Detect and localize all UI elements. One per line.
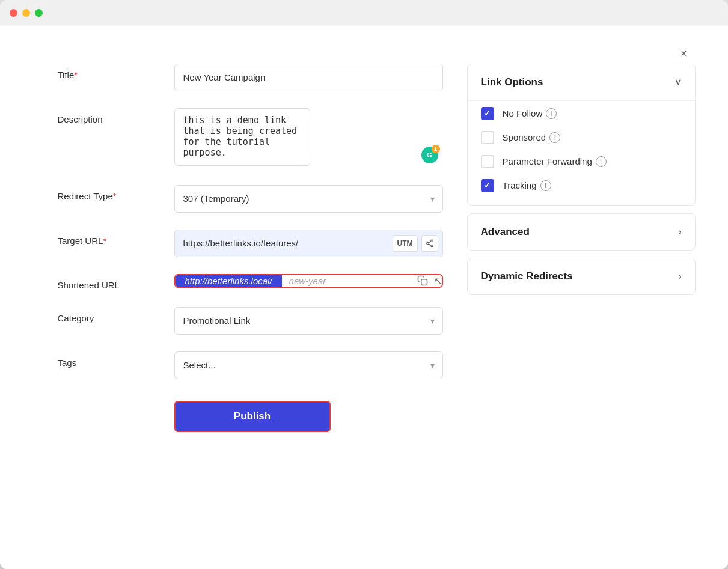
no-follow-label: No Follow i	[503, 108, 557, 119]
link-options-header[interactable]: Link Options ∨	[468, 64, 695, 100]
link-options-chevron-icon: ∨	[674, 76, 682, 88]
tags-select[interactable]: Select...	[174, 351, 443, 379]
description-wrapper: this is a demo link that is being create…	[174, 108, 443, 168]
dialog-container: × Title* Description thi	[0, 26, 728, 569]
utm-button[interactable]: UTM	[393, 235, 418, 252]
publish-button[interactable]: Publish	[174, 401, 331, 432]
copy-icon	[417, 275, 428, 286]
right-panel: Link Options ∨ No Follow i	[467, 64, 696, 432]
link-options-content: No Follow i Sponsored i	[468, 100, 695, 205]
redirect-type-label: Redirect Type*	[58, 185, 160, 201]
parameter-forwarding-checkbox[interactable]	[481, 155, 494, 168]
shortened-url-label: Shortened URL	[58, 274, 160, 290]
advanced-section: Advanced ›	[467, 213, 696, 251]
grammarly-badge: G 1	[421, 147, 438, 163]
tags-row: Tags Select... ▾	[58, 351, 443, 379]
cursor-icon: ↖	[434, 275, 442, 287]
tracking-info-icon[interactable]: i	[540, 180, 551, 191]
svg-point-1	[426, 242, 429, 245]
dynamic-redirects-header[interactable]: Dynamic Redirects ›	[468, 258, 695, 294]
parameter-forwarding-label: Parameter Forwarding i	[503, 156, 607, 167]
tracking-checkbox[interactable]	[481, 179, 494, 192]
share-icon	[426, 239, 434, 248]
target-url-wrapper: UTM	[174, 230, 443, 257]
shortened-slug-input[interactable]	[282, 275, 411, 287]
target-required: *	[103, 236, 106, 246]
description-textarea[interactable]: this is a demo link that is being create…	[174, 108, 310, 166]
redirect-type-row: Redirect Type* 307 (Temporary) ▾	[58, 185, 443, 213]
parameter-forwarding-row: Parameter Forwarding i	[481, 155, 682, 168]
sponsored-info-icon[interactable]: i	[549, 132, 560, 143]
link-options-title: Link Options	[481, 76, 543, 88]
dynamic-redirects-chevron-icon: ›	[678, 271, 681, 282]
no-follow-row: No Follow i	[481, 107, 682, 120]
titlebar	[0, 0, 728, 26]
redirect-type-select[interactable]: 307 (Temporary)	[174, 185, 443, 213]
copy-button[interactable]	[411, 275, 434, 287]
fullscreen-traffic-light[interactable]	[35, 9, 43, 17]
description-row: Description this is a demo link that is …	[58, 108, 443, 168]
tags-label: Tags	[58, 351, 160, 368]
shortened-base: http://betterlinks.local/	[176, 275, 282, 287]
shortened-url-row: Shortened URL http://betterlinks.local/ …	[58, 274, 443, 290]
dynamic-redirects-section: Dynamic Redirects ›	[467, 258, 696, 295]
advanced-header[interactable]: Advanced ›	[468, 214, 695, 250]
sponsored-checkbox[interactable]	[481, 131, 494, 144]
content-grid: Title* Description this is a demo link t…	[58, 64, 671, 432]
category-row: Category Promotional Link ▾	[58, 307, 443, 335]
app-window: × Title* Description thi	[0, 0, 728, 569]
title-required: *	[74, 70, 78, 80]
tags-wrapper: Select... ▾	[174, 351, 443, 379]
tracking-label: Tracking i	[503, 180, 551, 191]
dialog: × Title* Description thi	[22, 34, 707, 562]
no-follow-checkbox[interactable]	[481, 107, 494, 120]
minimize-traffic-light[interactable]	[22, 9, 30, 17]
redirect-type-wrapper: 307 (Temporary) ▾	[174, 185, 443, 213]
category-wrapper: Promotional Link ▾	[174, 307, 443, 335]
svg-line-4	[429, 241, 431, 242]
no-follow-info-icon[interactable]: i	[546, 108, 557, 119]
dynamic-redirects-title: Dynamic Redirects	[481, 270, 573, 282]
parameter-forwarding-info-icon[interactable]: i	[596, 156, 607, 167]
description-label: Description	[58, 108, 160, 124]
svg-line-3	[429, 243, 431, 245]
close-button[interactable]: ×	[676, 46, 693, 62]
traffic-lights	[10, 9, 43, 17]
title-input[interactable]	[174, 64, 443, 91]
link-options-section: Link Options ∨ No Follow i	[467, 64, 696, 206]
publish-row: Publish	[58, 396, 443, 432]
target-url-label: Target URL*	[58, 230, 160, 246]
title-label: Title*	[58, 64, 160, 80]
close-traffic-light[interactable]	[10, 9, 17, 17]
svg-point-2	[430, 245, 433, 247]
category-label: Category	[58, 307, 160, 323]
svg-point-0	[430, 240, 433, 242]
redirect-required: *	[113, 191, 117, 201]
tracking-row: Tracking i	[481, 179, 682, 192]
advanced-title: Advanced	[481, 226, 530, 238]
target-url-row: Target URL* UTM	[58, 230, 443, 257]
target-url-actions: UTM	[393, 235, 438, 252]
sponsored-row: Sponsored i	[481, 131, 682, 144]
svg-rect-5	[421, 279, 427, 285]
grammarly-count: 1	[432, 145, 440, 153]
title-row: Title*	[58, 64, 443, 91]
category-select[interactable]: Promotional Link	[174, 307, 443, 335]
advanced-chevron-icon: ›	[678, 227, 681, 237]
left-panel: Title* Description this is a demo link t…	[58, 64, 443, 432]
shortened-url-wrapper: http://betterlinks.local/ ↖	[174, 274, 443, 288]
sponsored-label: Sponsored i	[503, 132, 561, 143]
share-button[interactable]	[421, 235, 438, 252]
